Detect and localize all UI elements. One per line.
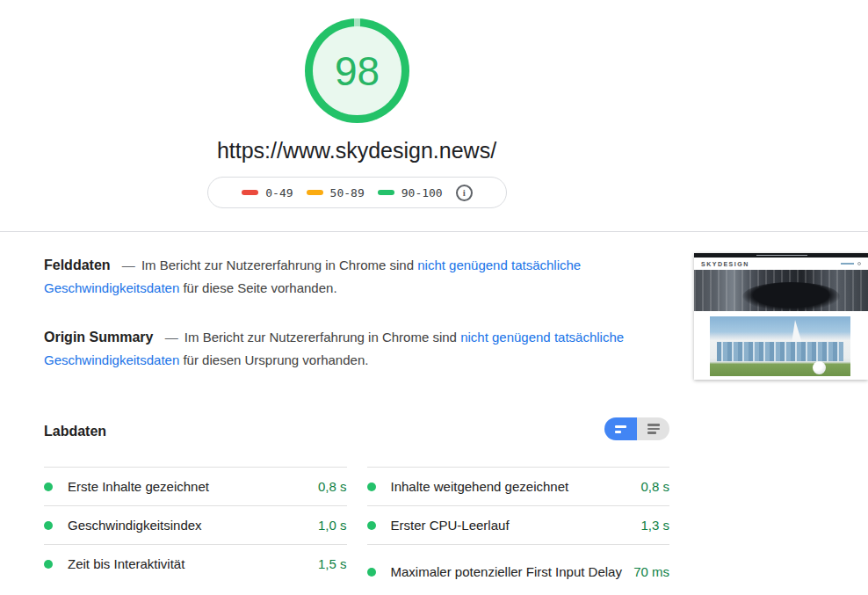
- legend-range-fail-label: 0-49: [265, 186, 293, 200]
- metrics-column-right: Inhalte weitgehend gezeichnet 0,8 s Erst…: [367, 467, 670, 595]
- list-view-icon: [647, 424, 660, 434]
- origin-summary-section: Origin Summary — Im Bericht zur Nutzerer…: [44, 326, 641, 372]
- thumbnail-car-showroom-image: [694, 270, 868, 311]
- score-range-legend: 0-49 50-89 90-100 i: [207, 177, 507, 208]
- metric-row: Erste Inhalte gezeichnet 0,8 s: [44, 467, 347, 505]
- metrics-view-toggle-button[interactable]: [604, 417, 637, 440]
- field-data-text-after: für diese Seite vorhanden.: [183, 280, 336, 295]
- red-range-dash-icon: [242, 190, 258, 195]
- metric-label: Erster CPU-Leerlauf: [391, 517, 641, 534]
- pagespeed-insights-page: 98 https://www.skydesign.news/ 0-49 50-8…: [0, 0, 868, 595]
- metric-label: Erste Inhalte gezeichnet: [68, 478, 318, 496]
- legend-range-fail: 0-49: [242, 186, 293, 200]
- origin-summary-separator: —: [165, 330, 178, 345]
- metric-label: Geschwindigkeitsindex: [68, 517, 318, 534]
- thumbnail-site-header: SKYDESIGN: [694, 258, 868, 270]
- green-range-dash-icon: [378, 190, 394, 195]
- legend-range-average: 50-89: [307, 186, 365, 200]
- field-data-text-before: Im Bericht zur Nutzererfahrung in Chrome…: [141, 258, 414, 272]
- green-score-dot-icon: [367, 568, 376, 577]
- legend-range-average-label: 50-89: [330, 186, 365, 200]
- tested-url: https://www.skydesign.news/: [0, 138, 713, 163]
- metric-value: 0,8 s: [318, 479, 347, 494]
- metric-row: Zeit bis Interaktivität 1,5 s: [44, 544, 347, 583]
- thumbnail-browser-bar: [694, 253, 868, 258]
- lab-data-metrics-grid: Erste Inhalte gezeichnet 0,8 s Geschwind…: [44, 467, 669, 595]
- legend-range-pass: 90-100: [378, 186, 443, 200]
- section-divider: [0, 231, 868, 232]
- green-score-dot-icon: [44, 521, 53, 530]
- metric-value: 70 ms: [633, 564, 669, 579]
- thumbnail-building-spire: [792, 320, 802, 344]
- thumbnail-site-nav: [841, 262, 861, 265]
- thumbnail-building-sphere: [813, 361, 826, 374]
- origin-summary-text-after: für diesen Ursprung vorhanden.: [183, 352, 368, 367]
- lab-data-view-toggle: [604, 417, 669, 440]
- metric-row: Geschwindigkeitsindex 1,0 s: [44, 505, 347, 544]
- origin-summary-text-before: Im Bericht zur Nutzererfahrung in Chrome…: [184, 330, 457, 345]
- metrics-column-left: Erste Inhalte gezeichnet 0,8 s Geschwind…: [44, 467, 347, 595]
- green-score-dot-icon: [44, 560, 53, 569]
- lab-data-heading: Labdaten: [44, 424, 106, 439]
- info-icon[interactable]: i: [456, 185, 473, 201]
- orange-range-dash-icon: [307, 190, 323, 195]
- metric-value: 1,3 s: [640, 518, 669, 533]
- metrics-view-icon: [615, 425, 626, 433]
- metric-value: 0,8 s: [640, 479, 669, 494]
- metric-value: 1,0 s: [318, 518, 347, 533]
- field-data-section: Felddaten — Im Bericht zur Nutzererfahru…: [44, 254, 641, 300]
- metric-label: Maximaler potenzieller First Input Delay: [391, 563, 634, 581]
- list-view-toggle-button[interactable]: [637, 417, 669, 440]
- green-score-dot-icon: [367, 521, 376, 530]
- page-screenshot-thumbnail: SKYDESIGN: [694, 253, 868, 380]
- thumbnail-building-image: [710, 316, 850, 376]
- origin-summary-heading: Origin Summary: [44, 330, 153, 345]
- legend-range-pass-label: 90-100: [401, 186, 443, 200]
- thumbnail-site-logo: SKYDESIGN: [701, 261, 749, 267]
- metric-label: Inhalte weitgehend gezeichnet: [391, 478, 641, 496]
- field-data-separator: —: [122, 258, 135, 272]
- green-score-dot-icon: [367, 483, 376, 491]
- performance-score-gauge: 98: [305, 18, 409, 123]
- performance-score-value: 98: [313, 26, 401, 115]
- thumbnail-building-glass: [717, 342, 843, 361]
- green-score-dot-icon: [44, 483, 53, 491]
- metric-row: Maximaler potenzieller First Input Delay…: [367, 544, 670, 595]
- metric-row: Inhalte weitgehend gezeichnet 0,8 s: [367, 467, 670, 505]
- metric-row: Erster CPU-Leerlauf 1,3 s: [367, 505, 670, 544]
- metric-label: Zeit bis Interaktivität: [68, 555, 318, 573]
- field-data-heading: Felddaten: [44, 258, 111, 272]
- metric-value: 1,5 s: [318, 556, 347, 571]
